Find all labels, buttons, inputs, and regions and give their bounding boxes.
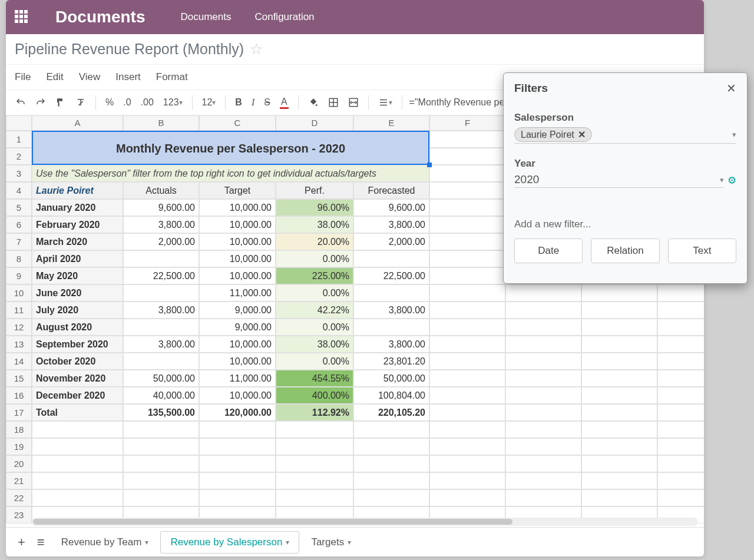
month-cell[interactable]: December 2020: [32, 387, 123, 404]
month-cell[interactable]: August 2020: [32, 319, 123, 336]
font-size-select[interactable]: 12 ▾: [199, 95, 220, 110]
undo-button[interactable]: [12, 95, 29, 110]
chevron-down-icon: ▾: [145, 538, 148, 546]
perf-cell[interactable]: 38.00%: [276, 216, 353, 233]
text-color-button[interactable]: A: [276, 94, 292, 111]
redo-button[interactable]: [32, 95, 49, 110]
doc-title-row: Pipeline Revenue Report (Monthly) ☆: [6, 34, 704, 65]
salesperson-name-header[interactable]: Laurie Poiret: [32, 182, 123, 199]
tag-remove-icon[interactable]: ✕: [578, 129, 586, 140]
menu-format[interactable]: Format: [156, 71, 188, 83]
column-header[interactable]: A: [32, 115, 123, 131]
merge-cells-button[interactable]: [345, 95, 362, 110]
column-header-label[interactable]: Forecasted: [353, 182, 429, 199]
toolbar-separator: [402, 95, 402, 110]
column-header-label[interactable]: Target: [199, 182, 276, 199]
column-header[interactable]: D: [276, 115, 353, 131]
all-sheets-button[interactable]: ≡: [37, 535, 45, 550]
chevron-down-icon[interactable]: ▾: [732, 130, 736, 139]
perf-cell[interactable]: 20.00%: [276, 233, 353, 250]
salesperson-tag-label: Laurie Poiret: [521, 130, 574, 140]
perf-cell[interactable]: 96.00%: [276, 199, 353, 216]
selection-handle[interactable]: [427, 163, 432, 167]
column-header[interactable]: F: [429, 115, 505, 131]
strikethrough-button[interactable]: S: [260, 95, 274, 110]
close-icon[interactable]: ✕: [726, 81, 736, 95]
perf-cell[interactable]: 0.00%: [276, 284, 353, 301]
salesperson-label: Salesperson: [514, 112, 736, 124]
total-label[interactable]: Total: [32, 404, 123, 421]
filters-title: Filters: [514, 82, 548, 95]
scrollbar-thumb[interactable]: [33, 519, 512, 525]
tab-targets[interactable]: Targets ▾: [302, 532, 361, 553]
column-header[interactable]: C: [199, 115, 276, 131]
hint-text[interactable]: Use the "Salesperson" filter from the to…: [32, 165, 429, 182]
perf-cell[interactable]: 0.00%: [276, 319, 353, 336]
toolbar-separator: [225, 95, 226, 110]
clear-format-button[interactable]: [72, 95, 90, 110]
format-percent-button[interactable]: %: [102, 95, 117, 110]
column-header-label[interactable]: Actuals: [123, 182, 199, 199]
chevron-down-icon[interactable]: ▾: [720, 175, 724, 184]
perf-cell[interactable]: 0.00%: [276, 250, 353, 267]
month-cell[interactable]: July 2020: [32, 301, 123, 319]
year-select[interactable]: 2020 ▾: [514, 173, 724, 188]
perf-cell[interactable]: 400.00%: [276, 387, 353, 404]
banner-title[interactable]: Monthly Revenue per Salesperson - 2020: [32, 131, 429, 165]
tab-label: Revenue by Salesperson: [170, 536, 282, 548]
salesperson-select[interactable]: Laurie Poiret ✕ ▾: [514, 127, 736, 144]
horizontal-scrollbar[interactable]: [32, 518, 698, 526]
increase-decimal-button[interactable]: .00: [137, 95, 157, 110]
month-cell[interactable]: June 2020: [32, 284, 123, 301]
month-cell[interactable]: September 2020: [32, 336, 123, 353]
month-cell[interactable]: May 2020: [32, 267, 123, 284]
row-header[interactable]: 2: [6, 148, 32, 165]
nav-configuration[interactable]: Configuration: [254, 11, 314, 23]
column-header-label[interactable]: Perf.: [276, 182, 353, 199]
month-cell[interactable]: November 2020: [32, 370, 123, 387]
italic-button[interactable]: I: [248, 95, 258, 110]
month-cell[interactable]: March 2020: [32, 233, 123, 250]
salesperson-tag[interactable]: Laurie Poiret ✕: [514, 127, 592, 142]
perf-cell[interactable]: 225.00%: [276, 267, 353, 284]
menu-edit[interactable]: Edit: [46, 71, 63, 83]
number-format-button[interactable]: 123 ▾: [160, 95, 186, 110]
add-sheet-button[interactable]: +: [18, 535, 25, 550]
add-filter-text[interactable]: Text: [668, 238, 736, 263]
menu-insert[interactable]: Insert: [115, 71, 141, 83]
perf-cell[interactable]: 0.00%: [276, 353, 353, 370]
fill-color-button[interactable]: [305, 95, 322, 110]
apps-icon[interactable]: [15, 10, 29, 24]
perf-cell[interactable]: 454.55%: [276, 370, 353, 387]
add-filter-date[interactable]: Date: [514, 238, 583, 263]
month-cell[interactable]: October 2020: [32, 353, 123, 370]
titlebar: Documents Documents Configuration: [6, 0, 704, 34]
column-header[interactable]: E: [353, 115, 429, 131]
app-title: Documents: [55, 8, 145, 26]
tab-revenue-by-team[interactable]: Revenue by Team ▾: [52, 532, 158, 553]
perf-cell[interactable]: 38.00%: [276, 336, 353, 353]
borders-button[interactable]: [325, 95, 342, 110]
menu-view[interactable]: View: [79, 71, 101, 83]
gear-icon[interactable]: ⚙: [727, 174, 736, 187]
column-header[interactable]: B: [123, 115, 199, 131]
page-title: Pipeline Revenue Report (Monthly): [15, 41, 244, 58]
favorite-star-icon[interactable]: ☆: [250, 41, 263, 58]
row-header[interactable]: 1: [6, 131, 32, 148]
paint-format-button[interactable]: [52, 95, 70, 110]
year-value: 2020: [514, 173, 720, 186]
align-button[interactable]: ▾: [375, 95, 396, 110]
filters-panel: Filters ✕ Salesperson Laurie Poiret ✕ ▾ …: [503, 72, 748, 284]
nav-documents[interactable]: Documents: [180, 11, 231, 23]
sheet-tabs: + ≡ Revenue by Team ▾ Revenue by Salespe…: [6, 527, 704, 556]
tab-revenue-by-salesperson[interactable]: Revenue by Salesperson ▾: [160, 531, 299, 554]
toolbar-separator: [298, 95, 299, 110]
month-cell[interactable]: January 2020: [32, 199, 123, 216]
month-cell[interactable]: February 2020: [32, 216, 123, 233]
bold-button[interactable]: B: [232, 95, 246, 110]
add-filter-relation[interactable]: Relation: [591, 238, 659, 263]
menu-file[interactable]: File: [15, 71, 31, 83]
perf-cell[interactable]: 42.22%: [276, 301, 353, 319]
decrease-decimal-button[interactable]: .0: [120, 95, 134, 110]
month-cell[interactable]: April 2020: [32, 250, 123, 267]
